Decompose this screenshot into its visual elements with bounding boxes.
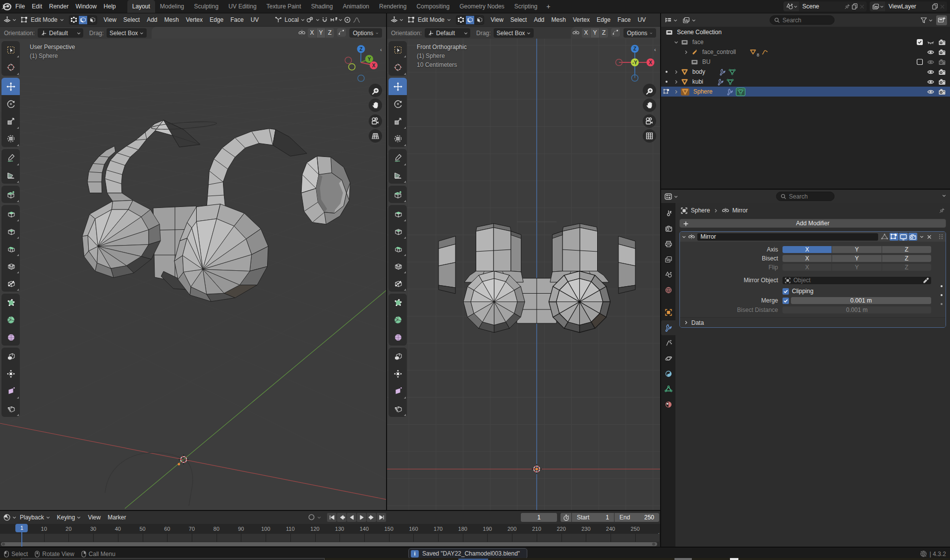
move-tool[interactable] bbox=[389, 78, 407, 95]
annotate-tool[interactable] bbox=[1, 149, 20, 166]
workspace-tab-scripting[interactable]: Scripting bbox=[509, 0, 543, 13]
zoom-button[interactable] bbox=[369, 84, 382, 97]
mirror-axis-y[interactable]: Y bbox=[591, 28, 599, 38]
poly-build-tool[interactable] bbox=[1, 294, 20, 311]
drag-dropdown[interactable]: Select Box bbox=[494, 28, 534, 38]
mode-selector[interactable]: Edit Mode bbox=[18, 16, 66, 24]
render-toggle-camera[interactable] bbox=[938, 58, 946, 66]
menu-window[interactable]: Window bbox=[72, 0, 100, 13]
hide-toggle-eye-open[interactable] bbox=[927, 88, 935, 96]
navigation-gizmo[interactable]: ZX-Y bbox=[614, 41, 656, 82]
editor-type-icon[interactable] bbox=[390, 16, 399, 24]
viewport-menu-add[interactable]: Add bbox=[143, 16, 161, 23]
extrude-region-tool[interactable] bbox=[389, 205, 407, 222]
realtime-display-toggle[interactable] bbox=[899, 233, 908, 241]
spin-tool[interactable] bbox=[1, 311, 20, 328]
viewport-menu-face[interactable]: Face bbox=[227, 16, 247, 23]
inset-faces-tool[interactable] bbox=[389, 222, 407, 240]
merge-checkbox[interactable] bbox=[782, 298, 789, 304]
rip-region-tool[interactable] bbox=[389, 400, 407, 417]
properties-tab-view-layer[interactable] bbox=[661, 252, 675, 267]
expand-chevron-right[interactable] bbox=[684, 50, 688, 54]
render-toggle-camera[interactable] bbox=[938, 88, 946, 96]
properties-tab-physics[interactable] bbox=[661, 351, 675, 366]
tool-orientation-dropdown[interactable]: Default bbox=[425, 28, 470, 38]
hide-toggle-eye-open[interactable] bbox=[927, 78, 935, 86]
tweak-select-tool[interactable] bbox=[1, 41, 20, 58]
bevel-tool[interactable] bbox=[389, 240, 407, 257]
transform-tool[interactable] bbox=[389, 130, 407, 147]
mode-selector[interactable]: Edit Mode bbox=[405, 16, 453, 24]
editor-type-selector[interactable] bbox=[389, 16, 405, 24]
expand-chevron-right[interactable] bbox=[674, 70, 678, 74]
drag-handle-icon[interactable] bbox=[938, 233, 944, 240]
outliner-row-face-controll[interactable]: face_controll8 bbox=[661, 47, 950, 57]
properties-tab-scene[interactable] bbox=[661, 267, 675, 282]
end-frame-field[interactable]: End250 bbox=[615, 513, 659, 522]
render-toggle-camera[interactable] bbox=[938, 68, 946, 76]
copy-scene-icon[interactable] bbox=[851, 3, 858, 10]
workspace-tab-geometry-nodes[interactable]: Geometry Nodes bbox=[454, 0, 509, 13]
properties-search[interactable]: Search bbox=[776, 192, 835, 201]
current-frame-field[interactable]: 1 bbox=[521, 513, 557, 522]
hide-toggle-eye-open[interactable] bbox=[927, 58, 935, 66]
menu-help[interactable]: Help bbox=[100, 0, 119, 13]
timeline-menu-keying[interactable]: Keying bbox=[54, 514, 85, 521]
jump-to-start-button[interactable] bbox=[327, 513, 336, 522]
loop-cut-tool[interactable] bbox=[1, 257, 20, 274]
properties-tab-world[interactable] bbox=[661, 283, 675, 298]
properties-options-chevron[interactable] bbox=[942, 194, 946, 198]
editor-type-icon[interactable] bbox=[3, 16, 12, 24]
pin-icon[interactable] bbox=[939, 207, 945, 214]
play-button[interactable] bbox=[357, 513, 366, 522]
pan-button[interactable] bbox=[643, 99, 656, 112]
pan-button[interactable] bbox=[369, 99, 382, 112]
hide-toggle-eye-open[interactable] bbox=[927, 49, 935, 56]
new-collection-button[interactable] bbox=[936, 15, 947, 25]
zoom-button[interactable] bbox=[643, 84, 656, 97]
pin-icon[interactable] bbox=[844, 3, 850, 10]
scene-selector[interactable]: Scene bbox=[783, 1, 867, 11]
viewport-menu-view[interactable]: View bbox=[100, 16, 120, 23]
viewport-menu-select[interactable]: Select bbox=[507, 16, 530, 23]
face-select-mode[interactable] bbox=[475, 15, 484, 25]
mirror-axis-z[interactable]: Z bbox=[600, 28, 608, 38]
scale-tool[interactable] bbox=[1, 112, 20, 130]
axis-z-button[interactable]: Z bbox=[882, 246, 931, 253]
outliner-row-scene-collection[interactable]: Scene Collection bbox=[661, 27, 950, 37]
viewport-menu-view[interactable]: View bbox=[487, 16, 507, 23]
edge-select-mode[interactable] bbox=[78, 15, 88, 25]
cursor-tool[interactable] bbox=[389, 58, 407, 76]
render-toggle-camera[interactable] bbox=[938, 49, 946, 56]
menu-file[interactable]: File bbox=[12, 0, 28, 13]
rotate-tool[interactable] bbox=[389, 95, 407, 112]
face-select-mode[interactable] bbox=[88, 15, 97, 25]
spin-tool[interactable] bbox=[389, 311, 407, 328]
add-modifier-button[interactable]: Add Modifier bbox=[679, 219, 946, 228]
add-cube-tool[interactable] bbox=[389, 186, 407, 203]
loop-cut-tool[interactable] bbox=[389, 257, 407, 274]
pivot-point-selector[interactable] bbox=[306, 16, 315, 24]
clipping-checkbox[interactable] bbox=[782, 288, 789, 295]
viewport-menu-edge[interactable]: Edge bbox=[593, 16, 614, 23]
properties-tab-material[interactable] bbox=[661, 397, 675, 412]
timeline-editor-type[interactable] bbox=[3, 513, 16, 521]
properties-tab-object-data[interactable] bbox=[661, 382, 675, 397]
next-keyframe-button[interactable] bbox=[367, 513, 376, 522]
sidebar-collapse-arrow[interactable]: ‹ bbox=[380, 46, 386, 53]
extrude-region-tool[interactable] bbox=[1, 205, 20, 222]
flip-z-button[interactable]: Z bbox=[882, 264, 931, 271]
shrink-fatten-tool[interactable] bbox=[389, 365, 407, 382]
viewport-3d-perspective[interactable]: User Perspective (1) Sphere ZYX‹ Edit Mo… bbox=[0, 13, 386, 510]
bisect-y-button[interactable]: Y bbox=[832, 255, 881, 262]
knife-tool[interactable] bbox=[389, 274, 407, 292]
unlink-scene-icon[interactable] bbox=[859, 4, 865, 9]
properties-tab-output[interactable] bbox=[661, 237, 675, 252]
workspace-tab-layout[interactable]: Layout bbox=[127, 0, 155, 13]
properties-tab-tool[interactable] bbox=[661, 206, 675, 221]
properties-tab-render[interactable] bbox=[661, 221, 675, 236]
tweak-select-tool[interactable] bbox=[389, 41, 407, 58]
selectable-checkbox-off[interactable] bbox=[916, 58, 923, 65]
breadcrumb-object[interactable]: Sphere bbox=[691, 207, 710, 214]
viewport-menu-select[interactable]: Select bbox=[120, 16, 143, 23]
